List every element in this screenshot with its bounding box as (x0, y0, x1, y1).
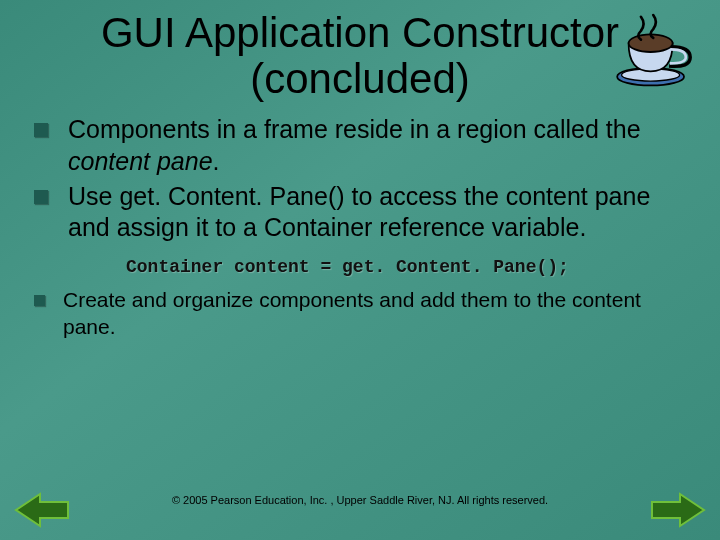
bullet-item: Create and organize components and add t… (30, 287, 690, 340)
slide-title: GUI Application Constructor (concluded) (24, 10, 696, 102)
bullet-text: Create and organize components and add t… (63, 287, 690, 340)
title-area: GUI Application Constructor (concluded) (0, 0, 720, 106)
code-snippet: Container content = get. Content. Pane()… (126, 257, 690, 277)
bullet-square-icon (34, 190, 48, 204)
bullet-item: Use get. Content. Pane() to access the c… (30, 181, 690, 244)
content-area: Components in a frame reside in a region… (0, 106, 720, 340)
bullet-square-icon (34, 123, 48, 137)
next-arrow-icon[interactable] (650, 490, 706, 530)
svg-marker-3 (16, 494, 68, 526)
svg-marker-4 (652, 494, 704, 526)
coffee-cup-icon (610, 8, 700, 96)
bullet-text: Use get. Content. Pane() to access the c… (68, 181, 690, 244)
bullet-text: Components in a frame reside in a region… (68, 114, 690, 177)
copyright-footer: © 2005 Pearson Education, Inc. , Upper S… (0, 494, 720, 506)
bullet-square-icon (34, 295, 45, 306)
previous-arrow-icon[interactable] (14, 490, 70, 530)
bullet-item: Components in a frame reside in a region… (30, 114, 690, 177)
